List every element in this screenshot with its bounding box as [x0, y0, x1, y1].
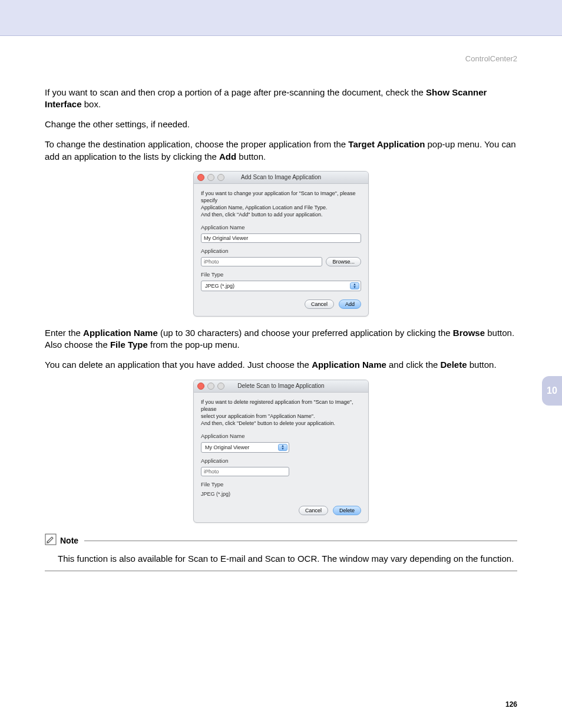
del-desc-l2: select your applicatioin from "Applicati… — [201, 413, 315, 419]
add-desc-l1: If you want to change your application f… — [201, 190, 356, 203]
top-band — [0, 0, 562, 36]
p5-d: Delete — [441, 360, 467, 370]
delete-dialog-description: If you want to delete registered applica… — [201, 398, 361, 427]
chevron-updown-icon: ▲▼ — [350, 282, 359, 289]
p1-text-a: If you want to scan and then crop a port… — [45, 87, 426, 97]
del-filetype-label: File Type — [201, 481, 361, 489]
page-number: 126 — [505, 700, 517, 709]
delete-dialog: Delete Scan to Image Application If you … — [193, 380, 369, 523]
p4-d: Browse — [453, 328, 485, 338]
add-dialog-titlebar: Add Scan to Image Application — [194, 172, 368, 184]
section-tab: 10 — [542, 376, 562, 406]
paragraph-5: You can delete an application that you h… — [45, 359, 517, 371]
add-dialog: Add Scan to Image Application If you wan… — [193, 171, 369, 317]
p4-f: File Type — [110, 340, 148, 350]
note-body: This function is also available for Scan… — [58, 553, 517, 565]
note-label: Note — [60, 535, 78, 546]
p4-g: from the pop-up menu. — [148, 340, 240, 350]
paragraph-1: If you want to scan and then crop a port… — [45, 87, 517, 111]
del-appname-value: My Original Viewer — [205, 444, 249, 451]
add-filetype-popup[interactable]: JPEG (*.jpg) ▲▼ — [201, 281, 361, 291]
p3-text-a: To change the destination application, c… — [45, 139, 348, 149]
add-app-label: Application — [201, 248, 361, 255]
delete-dialog-cancel-button[interactable]: Cancel — [299, 506, 328, 515]
close-icon[interactable] — [197, 174, 204, 181]
minimize-icon[interactable] — [207, 383, 214, 390]
add-desc-l2: Application Name, Application Location a… — [201, 205, 327, 210]
add-filetype-label: File Type — [201, 271, 361, 279]
del-desc-l1: If you want to delete registered applica… — [201, 399, 353, 412]
delete-dialog-delete-button[interactable]: Delete — [333, 506, 361, 515]
p3-text-b: Target Application — [348, 139, 425, 149]
del-app-field — [201, 467, 289, 476]
browse-button[interactable]: Browse... — [326, 257, 361, 266]
add-dialog-add-button[interactable]: Add — [339, 299, 361, 309]
del-appname-label: Application Name — [201, 433, 361, 440]
p1-text-c: box. — [82, 99, 101, 109]
divider — [45, 571, 517, 571]
close-icon[interactable] — [197, 383, 204, 390]
p4-c: (up to 30 characters) and choose your pr… — [158, 328, 453, 338]
paragraph-4: Enter the Application Name (up to 30 cha… — [45, 327, 517, 351]
chevron-updown-icon: ▲▼ — [278, 444, 287, 451]
add-filetype-value: JPEG (*.jpg) — [205, 282, 234, 289]
running-header: ControlCenter2 — [45, 54, 517, 64]
paragraph-3: To change the destination application, c… — [45, 139, 517, 163]
add-desc-l3: And then, click "Add" button to add your… — [201, 212, 323, 218]
minimize-icon[interactable] — [207, 174, 214, 181]
add-appname-label: Application Name — [201, 224, 361, 232]
add-dialog-description: If you want to change your application f… — [201, 190, 361, 219]
del-desc-l3: And then, click "Delete" button to delet… — [201, 420, 335, 426]
divider — [84, 541, 517, 541]
add-appname-input[interactable] — [201, 233, 361, 243]
zoom-icon[interactable] — [217, 174, 224, 181]
zoom-icon[interactable] — [217, 383, 224, 390]
p5-a: You can delete an application that you h… — [45, 360, 312, 370]
paragraph-2: Change the other settings, if needed. — [45, 118, 517, 130]
p3-text-d: Add — [219, 151, 236, 162]
note-heading-row: Note — [45, 533, 517, 548]
add-app-field — [201, 257, 322, 266]
p5-b: Application Name — [312, 360, 386, 370]
p5-e: button. — [467, 360, 497, 370]
del-appname-popup[interactable]: My Original Viewer ▲▼ — [201, 442, 289, 453]
p4-b: Application Name — [83, 328, 158, 338]
del-app-label: Application — [201, 457, 361, 465]
del-filetype-value: JPEG (*.jpg) — [201, 490, 361, 498]
delete-dialog-titlebar: Delete Scan to Image Application — [194, 380, 368, 393]
p5-c: and click the — [386, 360, 441, 370]
pencil-icon — [45, 533, 57, 548]
p4-a: Enter the — [45, 328, 83, 338]
p3-text-e: button. — [236, 151, 266, 162]
add-dialog-cancel-button[interactable]: Cancel — [305, 299, 334, 309]
